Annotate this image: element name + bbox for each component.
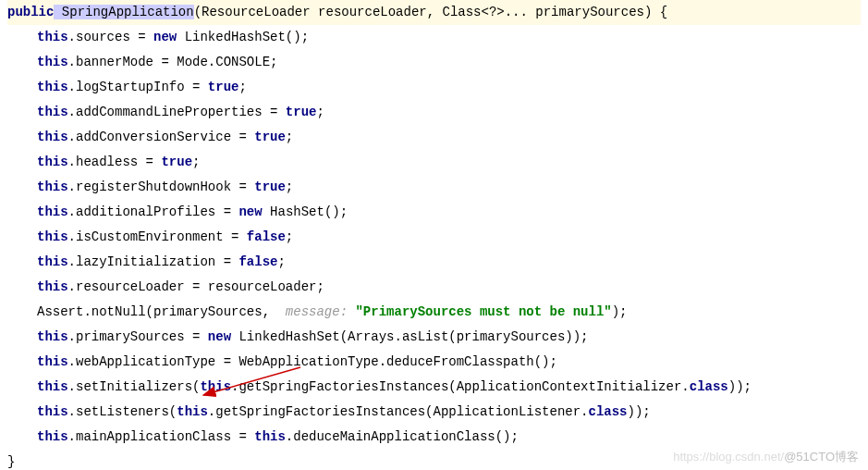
keyword-public: public <box>7 5 54 19</box>
code-line: Assert.notNull(primarySources, message: … <box>7 300 861 325</box>
string-literal: "PrimarySources must not be null" <box>355 304 611 319</box>
code-line: this.addCommandLineProperties = true; <box>7 100 861 125</box>
code-line: this.addConversionService = true; <box>7 125 861 150</box>
param-hint: message: <box>277 304 355 319</box>
watermark: https://blog.csdn.net/@51CTO博客 <box>673 444 859 469</box>
code-line: this.primarySources = new LinkedHashSet(… <box>7 325 861 350</box>
code-line: this.resourceLoader = resourceLoader; <box>7 275 861 300</box>
code-line: this.registerShutdownHook = true; <box>7 175 861 200</box>
selection: SpringApplication <box>54 5 193 19</box>
code-line: public SpringApplication(ResourceLoader … <box>7 0 861 25</box>
code-editor[interactable]: public SpringApplication(ResourceLoader … <box>0 0 868 470</box>
code-line: this.additionalProfiles = new HashSet(); <box>7 200 861 225</box>
code-line: this.isCustomEnvironment = false; <box>7 225 861 250</box>
code-line: this.lazyInitialization = false; <box>7 250 861 275</box>
code-line: this.setInitializers(this.getSpringFacto… <box>7 375 861 400</box>
code-line: this.setListeners(this.getSpringFactorie… <box>7 400 861 425</box>
code-line: this.logStartupInfo = true; <box>7 75 861 100</box>
code-line: this.webApplicationType = WebApplication… <box>7 350 861 375</box>
code-line: this.bannerMode = Mode.CONSOLE; <box>7 50 861 75</box>
code-line: this.headless = true; <box>7 150 861 175</box>
code-line: this.sources = new LinkedHashSet(); <box>7 25 861 50</box>
